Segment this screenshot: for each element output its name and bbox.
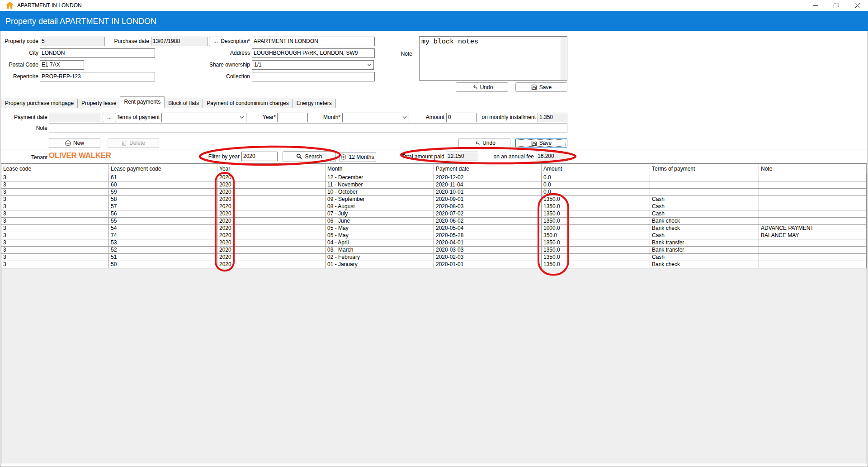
tab-property-purchase-mortgage[interactable]: Property purchase mortgage xyxy=(1,99,78,108)
table-cell: 2020 xyxy=(217,247,326,253)
table-row[interactable]: 351202002 - February2020-02-031350.0Cash xyxy=(1,254,867,261)
column-header-month[interactable]: Month xyxy=(326,164,434,174)
column-header-lease-payment-code[interactable]: Lease payment code xyxy=(109,164,217,174)
terms-select[interactable] xyxy=(161,113,246,122)
payment-undo-button[interactable]: Undo xyxy=(458,138,510,148)
column-header-note[interactable]: Note xyxy=(759,164,867,174)
search-icon xyxy=(296,153,302,160)
year-field[interactable] xyxy=(277,113,308,122)
page-title: Property detail APARTMENT IN LONDON xyxy=(5,11,156,31)
column-header-terms-of-payment[interactable]: Terms of payment xyxy=(650,164,759,174)
month-select[interactable] xyxy=(342,113,409,122)
note-scrollbar[interactable] xyxy=(561,37,567,80)
city-label: City xyxy=(1,48,38,58)
address-field[interactable] xyxy=(252,48,375,58)
table-row[interactable]: 350202001 - January2020-01-011350.0Bank … xyxy=(1,261,867,268)
payments-table: Lease codeLease payment codeYearMonthPay… xyxy=(1,163,867,464)
share-ownership-select[interactable]: 1/1 xyxy=(252,60,374,70)
table-row[interactable]: 356202007 - July2020-07-021350.0Cash xyxy=(1,210,867,218)
column-header-amount[interactable]: Amount xyxy=(542,164,650,174)
amount-field[interactable] xyxy=(446,113,477,122)
chevron-down-icon xyxy=(402,116,407,119)
monthly-installment-field[interactable] xyxy=(538,113,567,122)
year-label: Year* xyxy=(244,113,276,122)
payment-note-label: Note xyxy=(1,124,47,133)
table-cell: ADVANCE PAYMENT xyxy=(759,225,867,232)
table-cell: Cash xyxy=(650,196,759,203)
table-cell: 2020-04-01 xyxy=(434,239,542,246)
table-cell: 2020-06-02 xyxy=(434,218,542,224)
repertoire-field[interactable] xyxy=(40,72,155,81)
table-cell xyxy=(759,196,867,203)
annual-fee-field[interactable] xyxy=(536,152,568,161)
table-cell: 11 - November xyxy=(326,181,434,188)
table-cell: 2020-03-03 xyxy=(434,247,542,253)
table-cell: 0.0 xyxy=(542,181,650,188)
table-row[interactable]: 359202010 - October2020-10-010.0 xyxy=(1,189,867,196)
table-row[interactable]: 353202004 - April2020-04-011350.0Bank tr… xyxy=(1,239,867,247)
payment-save-button[interactable]: Save xyxy=(515,138,567,148)
tab-block-of-flats[interactable]: Block of flats xyxy=(164,99,203,108)
column-header-payment-date[interactable]: Payment date xyxy=(434,164,542,174)
table-cell: 01 - January xyxy=(326,261,434,268)
payment-note-field[interactable] xyxy=(49,124,567,133)
table-cell xyxy=(759,218,867,224)
table-row[interactable]: 355202006 - June2020-06-021350.0Bank che… xyxy=(1,218,867,225)
payment-date-field[interactable] xyxy=(49,113,101,122)
table-cell: 05 - May xyxy=(326,232,434,239)
table-row[interactable]: 357202008 - August2020-08-031350.0Cash xyxy=(1,203,867,210)
table-cell: 06 - June xyxy=(326,218,434,224)
table-cell xyxy=(759,203,867,210)
table-cell: 2020 xyxy=(217,254,326,261)
table-cell: 08 - August xyxy=(326,203,434,210)
property-code-field[interactable] xyxy=(40,37,105,46)
restore-button[interactable] xyxy=(826,0,847,11)
total-amount-paid-field[interactable] xyxy=(446,152,478,161)
minimize-button[interactable] xyxy=(805,0,826,11)
table-cell: 3 xyxy=(1,254,109,261)
description-field[interactable] xyxy=(252,37,375,46)
twelve-months-button[interactable]: 12 Months xyxy=(339,152,376,162)
filter-by-year-field[interactable] xyxy=(241,152,278,161)
table-cell: 1350.0 xyxy=(542,203,650,210)
table-cell: Bank check xyxy=(650,261,759,268)
table-cell: Bank check xyxy=(650,225,759,232)
column-header-lease-code[interactable]: Lease code xyxy=(1,164,109,174)
table-row[interactable]: 361202012 - December2020-12-020.0 xyxy=(1,174,867,181)
table-cell xyxy=(759,189,867,195)
table-row[interactable]: 374202005 - May2020-05-28350.0CashBALANC… xyxy=(1,232,867,239)
plus-circle-icon xyxy=(341,154,346,160)
new-button[interactable]: New xyxy=(49,138,100,148)
property-save-button[interactable]: Save xyxy=(515,82,567,92)
city-field[interactable] xyxy=(40,48,155,58)
table-cell: 350.0 xyxy=(542,232,650,239)
app-house-icon xyxy=(6,2,14,9)
month-label: Month* xyxy=(309,113,340,122)
tab-rent-payments[interactable]: Rent payments xyxy=(120,96,165,108)
table-row[interactable]: 358202009 - September2020-09-011350.0Cas… xyxy=(1,196,867,203)
collection-field[interactable] xyxy=(252,72,375,81)
app-window: APARTMENT IN LONDON Property detail APAR… xyxy=(0,0,868,467)
tab-energy-meters[interactable]: Energy meters xyxy=(292,99,336,108)
table-cell: 1350.0 xyxy=(542,210,650,217)
property-undo-button[interactable]: Undo xyxy=(456,82,508,92)
tab-payment-of-condominium-charges[interactable]: Payment of condominium charges xyxy=(203,99,292,108)
table-row[interactable]: 352202003 - March2020-03-031350.0Bank tr… xyxy=(1,247,867,254)
column-header-year[interactable]: Year xyxy=(217,164,326,174)
tenant-name: OLIVER WALKER xyxy=(49,151,111,160)
tab-property-lease[interactable]: Property lease xyxy=(77,99,120,108)
search-button[interactable]: Search xyxy=(283,151,336,162)
table-row[interactable]: 354202005 - May2020-05-041000.0Bank chec… xyxy=(1,225,867,232)
table-cell: 61 xyxy=(109,174,217,181)
window-title: APARTMENT IN LONDON xyxy=(17,0,82,11)
filter-by-year-label: Filter by year xyxy=(198,152,240,162)
close-button[interactable] xyxy=(847,0,868,11)
note-textarea[interactable]: my block notes xyxy=(419,36,567,81)
table-cell: 2020-12-02 xyxy=(434,174,542,181)
table-cell: 51 xyxy=(109,254,217,261)
title-bar: APARTMENT IN LONDON xyxy=(0,0,868,11)
note-text: my block notes xyxy=(421,38,560,79)
table-row[interactable]: 360202011 - November2020-11-040.0 xyxy=(1,181,867,189)
delete-button[interactable]: Delete xyxy=(108,138,159,148)
postal-code-field[interactable] xyxy=(40,60,84,70)
